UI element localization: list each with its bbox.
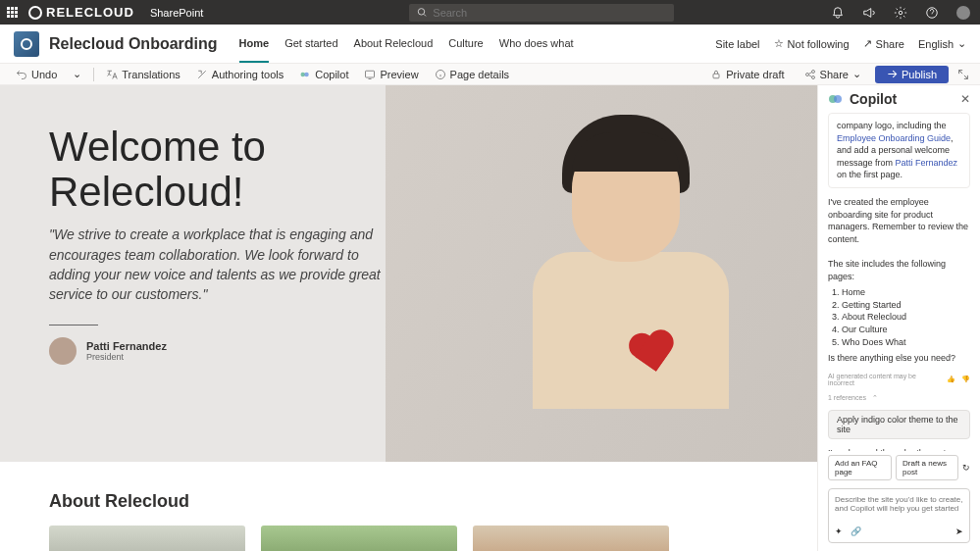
product-name: SharePoint	[150, 7, 203, 19]
compose-box[interactable]: ✦ 🔗 ➤	[828, 488, 970, 543]
megaphone-icon[interactable]	[862, 6, 876, 20]
svg-point-0	[418, 9, 424, 15]
svg-point-9	[811, 70, 814, 73]
nav-home[interactable]: Home	[239, 25, 270, 63]
nav-about[interactable]: About Relecloud	[354, 25, 434, 63]
attach-icon[interactable]: 🔗	[851, 526, 861, 536]
svg-point-8	[805, 73, 808, 75]
search-icon	[417, 7, 427, 18]
copilot-button[interactable]: Copilot	[293, 69, 354, 80]
svg-point-1	[899, 11, 903, 15]
help-icon[interactable]	[925, 6, 939, 20]
search-box[interactable]	[409, 4, 674, 22]
sparkle-icon[interactable]: ✦	[835, 526, 843, 536]
references-toggle[interactable]: 1 references ⌃	[828, 394, 970, 402]
follow-button[interactable]: ☆ Not following	[774, 37, 850, 50]
svg-rect-7	[713, 74, 719, 78]
about-card[interactable]	[49, 526, 245, 551]
brand-name: RELECLOUD	[46, 5, 134, 20]
nav-who[interactable]: Who does what	[499, 25, 574, 63]
hero-quote: "We strive to create a workplace that is…	[49, 225, 392, 304]
search-input[interactable]	[433, 7, 666, 19]
thumbs-up-icon[interactable]: 👍	[947, 376, 955, 383]
undo-split[interactable]: ⌄	[67, 68, 87, 80]
copilot-message: company logo, including the Employee Onb…	[828, 113, 970, 188]
author-avatar	[49, 337, 77, 365]
svg-point-10	[811, 75, 814, 78]
suggestion-chip[interactable]: Apply indigo color theme to the site	[828, 410, 970, 439]
share-site-button[interactable]: ↗ Share	[863, 37, 904, 50]
copilot-title: Copilot	[850, 91, 954, 107]
patti-link[interactable]: Patti Fernandez	[896, 158, 958, 168]
svg-point-4	[304, 72, 309, 76]
author-title: President	[86, 352, 167, 362]
publish-button[interactable]: Publish	[875, 66, 949, 83]
svg-rect-5	[366, 71, 375, 77]
hero-author: Patti Fernandez President	[49, 337, 392, 365]
copilot-icon	[828, 91, 844, 107]
thumbs-down-icon[interactable]: 👎	[961, 376, 970, 383]
about-card[interactable]	[261, 526, 457, 551]
suggestion-faq[interactable]: Add an FAQ page	[828, 455, 892, 480]
divider	[49, 325, 98, 326]
expand-icon[interactable]	[956, 68, 970, 81]
onboarding-guide-link[interactable]: Employee Onboarding Guide	[837, 133, 951, 143]
svg-point-12	[834, 95, 842, 103]
settings-icon[interactable]	[894, 6, 907, 20]
compose-input[interactable]	[835, 495, 963, 523]
page-details-button[interactable]: Page details	[429, 69, 516, 80]
hero-section: Welcome toRelecloud! "We strive to creat…	[0, 85, 817, 462]
author-name: Patti Fernandez	[86, 340, 167, 352]
undo-button[interactable]: Undo	[10, 69, 63, 80]
preview-button[interactable]: Preview	[358, 69, 424, 80]
copilot-pane: Copilot ✕ company logo, including the Em…	[817, 85, 980, 551]
share-draft-button[interactable]: Share ⌄	[799, 68, 867, 80]
site-icon	[14, 31, 39, 57]
user-avatar[interactable]	[956, 6, 970, 20]
translations-button[interactable]: Translations	[100, 69, 186, 80]
nav-get-started[interactable]: Get started	[284, 25, 337, 63]
brand-logo: RELECLOUD	[28, 5, 134, 20]
nav-culture[interactable]: Culture	[448, 25, 483, 63]
site-label-link[interactable]: Site label	[715, 38, 759, 50]
send-icon[interactable]: ➤	[955, 526, 963, 536]
site-title: Relecloud Onboarding	[49, 35, 218, 53]
close-icon[interactable]: ✕	[960, 92, 970, 106]
about-heading: About Relecloud	[49, 491, 768, 512]
hero-image	[386, 85, 817, 462]
ai-disclaimer: AI generated content may be incorrect👍👎	[828, 373, 970, 386]
about-card[interactable]	[473, 526, 669, 551]
notifications-icon[interactable]	[831, 6, 845, 20]
hero-title: Welcome toRelecloud!	[49, 125, 392, 215]
app-launcher[interactable]	[0, 0, 25, 25]
private-draft-button[interactable]: Private draft	[704, 69, 790, 80]
suggestion-news[interactable]: Draft a news post	[896, 455, 958, 480]
copilot-message: I've created the employee onboarding sit…	[828, 196, 970, 365]
authoring-button[interactable]: Authoring tools	[190, 69, 289, 80]
refresh-suggestions-icon[interactable]: ↻	[962, 463, 970, 473]
lang-selector[interactable]: English ⌄	[918, 37, 966, 50]
